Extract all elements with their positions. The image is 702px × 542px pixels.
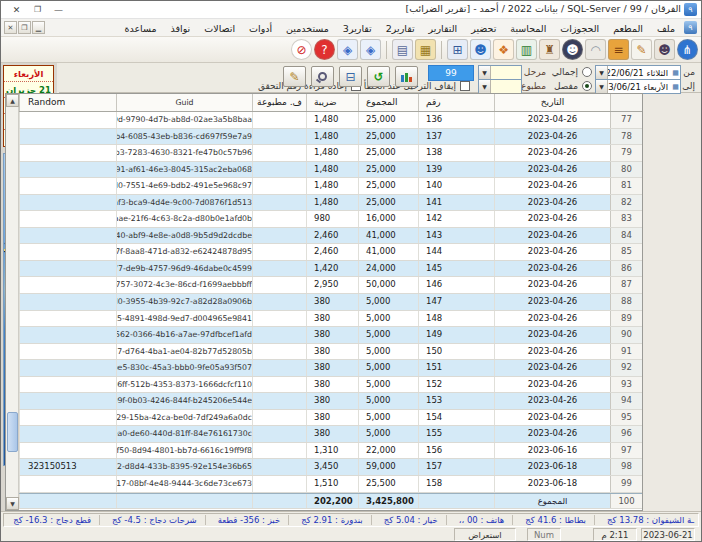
radio-total[interactable] bbox=[582, 67, 592, 77]
table-row[interactable]: 992023-06-1815825,5001,51076baaf17-08bf-… bbox=[19, 476, 642, 493]
menu-item[interactable]: المحاسبة bbox=[504, 23, 552, 34]
column-header[interactable]: ف. مطبوعة bbox=[252, 94, 306, 111]
database-icon[interactable]: ▤ bbox=[392, 39, 413, 60]
documents-icon[interactable]: ❖ bbox=[493, 39, 514, 60]
edit-invoice-icon[interactable]: ✎ bbox=[631, 39, 652, 60]
burger-icon[interactable]: ≡ bbox=[608, 39, 629, 60]
scrollbar-thumb[interactable] bbox=[7, 412, 18, 452]
close-button[interactable]: ✕ bbox=[9, 3, 24, 17]
edit-button[interactable]: ✎ bbox=[283, 66, 306, 87]
cashier-icon[interactable]: ☻ bbox=[654, 39, 675, 60]
sales-chart-icon[interactable]: ▥ bbox=[516, 39, 537, 60]
menu-item[interactable]: تقارير3 bbox=[337, 23, 378, 34]
users-icon[interactable]: ☻ bbox=[470, 39, 491, 60]
chevron-down-icon[interactable]: ▼ bbox=[596, 80, 608, 93]
table-row[interactable]: 912023-04-261505,000380eed21427-d764-4ba… bbox=[19, 344, 642, 361]
table-row[interactable]: 842023-04-2614341,0002,460c6a33340-abf9-… bbox=[19, 228, 642, 245]
row-number-header[interactable] bbox=[610, 94, 642, 111]
menu-item[interactable]: نوافذ bbox=[165, 23, 197, 34]
table-row[interactable]: 862023-04-2614524,0001,420395b2a77-de9b-… bbox=[19, 261, 642, 278]
menu-item[interactable]: التقارير bbox=[423, 23, 464, 34]
table-row[interactable]: 972023-06-1615622,0001,310704d5f50-8d94-… bbox=[19, 443, 642, 460]
print-button[interactable]: ⊟ bbox=[339, 66, 362, 87]
drawer-icon[interactable]: ▦ bbox=[415, 39, 436, 60]
waiter-icon[interactable]: ☻ bbox=[562, 39, 583, 60]
restore-button[interactable]: ❐ bbox=[30, 3, 45, 17]
menu-item[interactable]: مستخدمين bbox=[280, 23, 335, 34]
column-header[interactable]: Random bbox=[19, 94, 116, 111]
table-row[interactable]: 932023-04-261525,000380ed5606ff-512b-435… bbox=[19, 377, 642, 394]
calculator-icon[interactable]: ⊞ bbox=[447, 39, 468, 60]
table-row[interactable]: 852023-04-2614441,0002,46066d5267f-8aa8-… bbox=[19, 244, 642, 261]
menu-item[interactable]: أدوات bbox=[243, 23, 278, 34]
table-row[interactable]: 942023-04-261535,0003804152999f-0b03-424… bbox=[19, 393, 642, 410]
total-cell: 41,000 bbox=[358, 244, 418, 260]
table-row[interactable]: 982023-06-1815759,0003,4508e988322-d8d4-… bbox=[19, 459, 642, 476]
scroll-down-icon[interactable]: ▼ bbox=[6, 497, 19, 510]
column-header[interactable]: ضريبة bbox=[306, 94, 358, 111]
menu-item[interactable]: اتصالات bbox=[198, 23, 241, 34]
table-row[interactable]: 872023-04-2614650,0002,950de702757-3072-… bbox=[19, 277, 642, 294]
table-row[interactable]: 792023-04-2613825,0001,480a18fa6b3-7283-… bbox=[19, 145, 642, 162]
table-row[interactable]: 902023-04-261495,0003805f1cc562-0366-4b1… bbox=[19, 327, 642, 344]
menu-item[interactable]: ملف bbox=[651, 23, 681, 34]
table-row[interactable]: 892023-04-261485,000380e11d2e35-4891-498… bbox=[19, 311, 642, 328]
totals-label: المجموع bbox=[494, 494, 610, 509]
table-row[interactable]: 822023-04-2614125,0001,480f129faf3-bca9-… bbox=[19, 195, 642, 212]
chevron-down-icon[interactable]: ▼ bbox=[479, 66, 491, 79]
child-minimize-button[interactable]: ▁ bbox=[32, 21, 45, 34]
dish-cover-icon[interactable]: ◠ bbox=[585, 39, 606, 60]
tax-cell: 380 bbox=[306, 426, 358, 442]
column-header[interactable]: رقم bbox=[418, 94, 494, 111]
column-header[interactable]: التاريخ bbox=[494, 94, 610, 111]
printed-combo[interactable]: ▼ bbox=[478, 79, 522, 94]
vertical-scrollbar[interactable]: ▲ ▼ bbox=[6, 94, 19, 510]
restaurant-icon[interactable]: ⋔ bbox=[677, 39, 698, 60]
stop-on-error-checkbox[interactable] bbox=[460, 81, 470, 91]
table-row[interactable]: 882023-04-261475,000380880683d0-3955-4b3… bbox=[19, 294, 642, 311]
date-cell: 2023-04-26 bbox=[494, 145, 610, 161]
scroll-up-icon[interactable]: ▲ bbox=[6, 94, 19, 107]
menu-item[interactable]: تحضير bbox=[465, 23, 502, 34]
search-button[interactable] bbox=[311, 66, 334, 87]
tables-icon[interactable]: ♜ bbox=[539, 39, 560, 60]
chevron-down-icon[interactable]: ▼ bbox=[596, 66, 608, 79]
child-restore-button[interactable]: ❐ bbox=[18, 21, 31, 34]
audit-search-icon[interactable]: ? bbox=[314, 39, 335, 60]
from-date-picker[interactable]: ▼ ▦ الثلاثاء 2022/06/21 bbox=[595, 65, 681, 80]
column-header[interactable]: Guid bbox=[116, 94, 252, 111]
table-row[interactable]: 772023-04-2613625,0001,480cbaa1a9d-9790-… bbox=[19, 112, 642, 129]
minimize-button[interactable]: — bbox=[51, 3, 66, 17]
branch-box[interactable]: 99 bbox=[428, 65, 474, 81]
to-date-picker[interactable]: ▼ ▦ الأربعاء 2023/06/21 bbox=[595, 79, 681, 94]
refresh-button[interactable]: ↺ bbox=[367, 66, 390, 87]
menu-item[interactable]: مساعدة bbox=[118, 23, 162, 34]
chevron-down-icon[interactable]: ▼ bbox=[479, 80, 491, 93]
table-row[interactable]: 832023-04-2614216,0009804a673aae-21f6-4c… bbox=[19, 211, 642, 228]
radio-detailed[interactable] bbox=[582, 81, 592, 91]
table-row[interactable]: 802023-04-2613925,0001,48035a08691-af61-… bbox=[19, 162, 642, 179]
random-cell: 323150513 bbox=[19, 459, 116, 475]
exit-icon[interactable]: ⊘ bbox=[291, 39, 312, 60]
row-number: 91 bbox=[610, 344, 642, 360]
voucher2-icon[interactable]: ◈ bbox=[360, 39, 381, 60]
date-cell: 2023-06-18 bbox=[494, 459, 610, 475]
printed-invoice-cell bbox=[252, 410, 306, 426]
posted-combo[interactable]: ▼ bbox=[478, 65, 522, 80]
voucher1-icon[interactable]: ◈ bbox=[337, 39, 358, 60]
row-number: 77 bbox=[610, 112, 642, 128]
menu-item[interactable]: المطعم bbox=[607, 23, 649, 34]
menu-item[interactable]: الحجوزات bbox=[554, 23, 605, 34]
menu-item[interactable]: تقارير2 bbox=[380, 23, 421, 34]
table-row[interactable]: 812023-04-2614025,0001,48045543ed0-7551-… bbox=[19, 178, 642, 195]
chart-button[interactable] bbox=[395, 66, 418, 87]
column-header[interactable]: المجموع bbox=[358, 94, 418, 111]
row-number: 78 bbox=[610, 129, 642, 145]
random-cell bbox=[19, 261, 116, 277]
table-row[interactable]: 962023-04-261555,000380191caea0-de60-440… bbox=[19, 426, 642, 443]
child-close-button[interactable]: ✕ bbox=[4, 21, 17, 34]
table-row[interactable]: 782023-04-2613725,0001,48005694cb4-6085-… bbox=[19, 129, 642, 146]
table-row[interactable]: 922023-04-261515,000380c58abbe5-830c-45a… bbox=[19, 360, 642, 377]
table-row[interactable]: 952023-04-261545,0003805e75a929-15ba-42c… bbox=[19, 410, 642, 427]
ticker-item: خبز : -356 قطعة bbox=[205, 515, 280, 525]
